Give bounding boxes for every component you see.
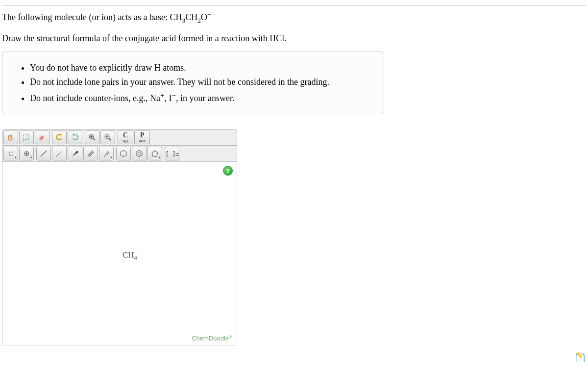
toolbar-row-2: C ⊕	[2, 145, 237, 161]
svg-line-8	[41, 151, 47, 157]
bracket-charge-label: [ ]±	[165, 150, 178, 157]
copy-button[interactable]: C opy	[118, 131, 133, 144]
chemdoodle-watermark: ChemDoodle®	[192, 335, 232, 342]
instruction-box: You do not have to explicitly draw H ato…	[2, 52, 384, 114]
wedge-bond-button[interactable]	[68, 147, 82, 160]
q2-suffix: .	[284, 33, 287, 43]
svg-line-16	[107, 152, 110, 154]
q2-prefix: Draw the structural formula of the conju…	[2, 33, 270, 43]
redo-button[interactable]	[68, 131, 82, 144]
lasso-tool-button[interactable]	[19, 131, 34, 144]
cyclopentane-button[interactable]	[147, 147, 162, 160]
paste-big-label: P	[140, 132, 145, 139]
zoom-in-button[interactable]	[85, 131, 99, 144]
hash-bond-button[interactable]	[99, 147, 114, 160]
atom-selector-button[interactable]: C	[3, 147, 18, 160]
hand-tool-button[interactable]	[3, 131, 18, 144]
svg-point-19	[138, 152, 141, 155]
svg-line-9	[56, 151, 62, 157]
paste-small-label: aste	[139, 139, 145, 143]
q1-prefix: The following molecule (or ion) acts as …	[2, 12, 170, 22]
q2-formula: HCl	[270, 33, 284, 43]
bracket-charge-button[interactable]: [ ]±	[165, 147, 179, 160]
instruction-item-0: You do not have to explicitly draw H ato…	[30, 61, 371, 75]
help-icon: ?	[226, 167, 230, 175]
canvas-molecule-label[interactable]: CH4	[122, 250, 137, 261]
scroll-pencil-icon[interactable]	[574, 350, 585, 365]
svg-marker-18	[136, 151, 142, 157]
svg-marker-20	[152, 151, 158, 157]
brand-text: ChemDoodle	[192, 335, 229, 342]
question-line-1: The following molecule (or ion) acts as …	[2, 9, 586, 26]
undo-button[interactable]	[52, 131, 67, 144]
svg-line-15	[106, 153, 108, 155]
q1-formula: CH3CH2O−	[170, 12, 211, 22]
single-bond-button[interactable]	[36, 147, 51, 160]
svg-marker-10	[72, 151, 79, 157]
cyclohexane-button[interactable]	[116, 147, 131, 160]
double-bond-button[interactable]	[83, 147, 98, 160]
charge-selector-button[interactable]: ⊕	[19, 147, 34, 160]
svg-line-14	[105, 155, 106, 156]
toolbar-row-1: C opy P aste	[2, 129, 237, 145]
svg-rect-0	[24, 134, 29, 140]
copy-big-label: C	[123, 132, 128, 139]
instruction-item-1: Do not include lone pairs in your answer…	[30, 75, 371, 89]
zoom-out-button[interactable]	[100, 131, 115, 144]
brand-reg: ®	[229, 335, 232, 339]
eraser-tool-button[interactable]	[35, 131, 49, 144]
instruction-item-2: Do not include counter-ions, e.g., Na+, …	[30, 89, 371, 105]
structure-editor: C opy P aste C ⊕	[2, 129, 237, 345]
svg-line-13	[104, 156, 105, 157]
paste-button[interactable]: P aste	[134, 131, 150, 144]
svg-line-6	[109, 139, 111, 141]
copy-small-label: opy	[122, 139, 128, 143]
svg-line-2	[93, 139, 95, 141]
svg-marker-17	[121, 151, 126, 157]
atom-C-label: C	[8, 150, 13, 157]
benzene-button[interactable]	[132, 147, 147, 160]
question-line-2: Draw the structural formula of the conju…	[2, 31, 586, 46]
help-button[interactable]: ?	[223, 166, 233, 176]
charge-plus-icon: ⊕	[24, 149, 30, 158]
drawing-canvas[interactable]: ? CH4 ChemDoodle®	[2, 161, 237, 345]
dotted-bond-button[interactable]	[52, 147, 67, 160]
